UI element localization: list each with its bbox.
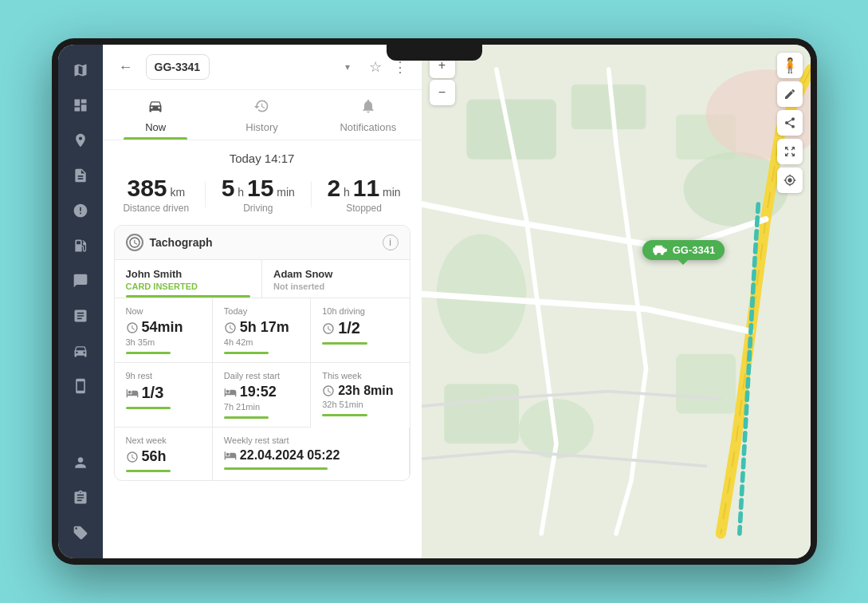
tacho-title-text: Tachograph: [150, 236, 213, 249]
tabs: Now History Notifications: [103, 90, 422, 140]
locate-button[interactable]: [777, 168, 803, 193]
stat-distance-value: 385 km: [123, 175, 189, 201]
sidebar-icon-tag[interactable]: [65, 517, 96, 549]
stat-distance-label: Distance driven: [123, 203, 189, 214]
tacho-cell-today-label: Today: [224, 306, 299, 316]
sidebar-icon-dashboard[interactable]: [65, 89, 96, 121]
svg-point-13: [660, 252, 663, 255]
sidebar-icon-device[interactable]: [65, 370, 96, 402]
tablet-screen: ← GG-3341 ☆ ⋮: [58, 45, 811, 558]
tacho-cell-dailyrest-underline: [224, 416, 269, 419]
tacho-cell-today-value: 5h 17m: [224, 319, 299, 336]
tacho-cell-dailyrest-label: Daily rest start: [224, 371, 299, 380]
stat-driving-value: 5 h 15 min: [222, 175, 295, 201]
tacho-cell-thisweek-sub: 32h 51min: [322, 400, 398, 409]
now-tab-label: Now: [145, 121, 166, 133]
tacho-cell-thisweek-label: This week: [322, 371, 398, 380]
tacho-cell-dailyrest-value: 19:52: [224, 384, 299, 400]
tacho-cell-dailyrest: Daily rest start 19:52 7h 21min: [213, 363, 311, 428]
now-tab-icon: [147, 98, 163, 118]
ruler-button[interactable]: [777, 81, 803, 107]
tacho-cell-today-sub: 4h 42m: [224, 337, 299, 347]
tab-now[interactable]: Now: [103, 90, 209, 140]
stat-stopped: 2 h 11 min Stopped: [327, 175, 400, 214]
stat-separator-1: [205, 181, 206, 207]
fullscreen-button[interactable]: [777, 139, 803, 164]
sidebar-icon-fuel[interactable]: [65, 230, 96, 262]
tacho-cell-9hrest: 9h rest 1/3: [115, 363, 213, 428]
tacho-cell-9hrest-label: 9h rest: [126, 371, 201, 380]
sidebar-icon-alert[interactable]: [65, 195, 96, 227]
sidebar-icon-document[interactable]: [65, 160, 96, 191]
svg-rect-6: [444, 384, 519, 443]
panel: ← GG-3341 ☆ ⋮: [103, 45, 422, 558]
driver-2-status: Not inserted: [273, 282, 399, 291]
back-button[interactable]: ←: [114, 57, 138, 77]
vehicle-select-wrapper: GG-3341: [146, 54, 358, 80]
sidebar: [58, 45, 103, 558]
tacho-cell-now-value: 54min: [126, 319, 201, 336]
svg-rect-14: [665, 249, 667, 252]
stat-stopped-label: Stopped: [327, 203, 400, 214]
stat-driving-label: Driving: [222, 203, 295, 214]
tacho-cell-thisweek-underline: [322, 414, 367, 416]
tacho-cell-now-label: Now: [126, 306, 201, 316]
tacho-cell-weeklyrest-label: Weekly rest start: [224, 436, 398, 445]
tacho-cell-weeklyrest-value: 22.04.2024 05:22: [224, 448, 398, 463]
tacho-cell-nextweek-label: Next week: [126, 436, 201, 445]
sidebar-icon-user[interactable]: [65, 447, 96, 479]
sidebar-icon-report[interactable]: [65, 300, 96, 332]
stat-stopped-value: 2 h 11 min: [327, 175, 400, 201]
notifications-tab-label: Notifications: [340, 121, 396, 133]
share-button[interactable]: [777, 110, 803, 136]
vehicle-marker: GG-3341: [642, 240, 725, 260]
sidebar-icon-vehicle[interactable]: [65, 335, 96, 367]
tachograph-section: Tachograph i John Smith CARD INSERTED Ad…: [114, 225, 410, 481]
stats-row: 385 km Distance driven 5 h 15 min Drivin…: [103, 171, 422, 225]
favorite-button[interactable]: ☆: [366, 55, 385, 79]
notifications-tab-icon: [360, 98, 376, 118]
tacho-cell-dailyrest-sub: 7h 21min: [224, 402, 299, 412]
tacho-cell-now: Now 54min 3h 35m: [115, 298, 213, 363]
tacho-cell-9hrest-value: 1/3: [126, 384, 201, 402]
tacho-cell-thisweek-value: 23h 8min: [322, 384, 398, 398]
svg-rect-11: [655, 246, 662, 250]
tacho-title: Tachograph: [126, 234, 213, 251]
tacho-cell-now-sub: 3h 35m: [126, 337, 201, 347]
driver-1-underline: [126, 295, 251, 298]
tacho-cell-10h-value: 1/2: [322, 319, 398, 337]
vehicle-select[interactable]: GG-3341: [146, 54, 210, 80]
history-tab-icon: [253, 98, 269, 118]
sidebar-icon-location[interactable]: [65, 124, 96, 156]
tacho-cell-nextweek: Next week 56h: [115, 428, 213, 480]
streetview-button[interactable]: 🧍: [777, 53, 803, 78]
tacho-cell-10h-underline: [322, 342, 367, 345]
sidebar-icon-clipboard[interactable]: [65, 482, 96, 514]
stat-driving: 5 h 15 min Driving: [222, 175, 295, 214]
tablet-notch: [387, 45, 482, 61]
sidebar-icon-chat[interactable]: [65, 265, 96, 297]
driver-2-name: Adam Snow: [273, 268, 399, 280]
driver-cell-1: John Smith CARD INSERTED: [115, 260, 263, 298]
driver-1-name: John Smith: [126, 268, 251, 280]
svg-rect-8: [676, 354, 736, 414]
map-area: + − 🧍: [422, 45, 811, 558]
svg-point-12: [654, 252, 657, 255]
stat-distance: 385 km Distance driven: [123, 175, 189, 214]
tacho-grid: Now 54min 3h 35m Today: [115, 298, 410, 480]
tacho-cell-today: Today 5h 17m 4h 42m: [213, 298, 311, 363]
tab-history[interactable]: History: [209, 90, 315, 140]
sidebar-icon-map[interactable]: [65, 54, 96, 86]
tacho-cell-nextweek-underline: [126, 470, 171, 472]
zoom-out-button[interactable]: −: [430, 80, 455, 105]
tab-notifications[interactable]: Notifications: [315, 90, 421, 140]
tacho-header: Tachograph i: [115, 226, 410, 260]
tacho-gauge-icon: [126, 234, 143, 251]
tacho-cell-nextweek-value: 56h: [126, 448, 201, 465]
map-svg: [422, 45, 811, 558]
tablet-frame: ← GG-3341 ☆ ⋮: [52, 38, 817, 565]
map-controls-right: 🧍: [777, 53, 803, 193]
tacho-info-button[interactable]: i: [383, 235, 399, 250]
tacho-cell-9hrest-underline: [126, 407, 171, 409]
tacho-cell-thisweek: This week 23h 8min 32h 51min: [311, 363, 409, 428]
